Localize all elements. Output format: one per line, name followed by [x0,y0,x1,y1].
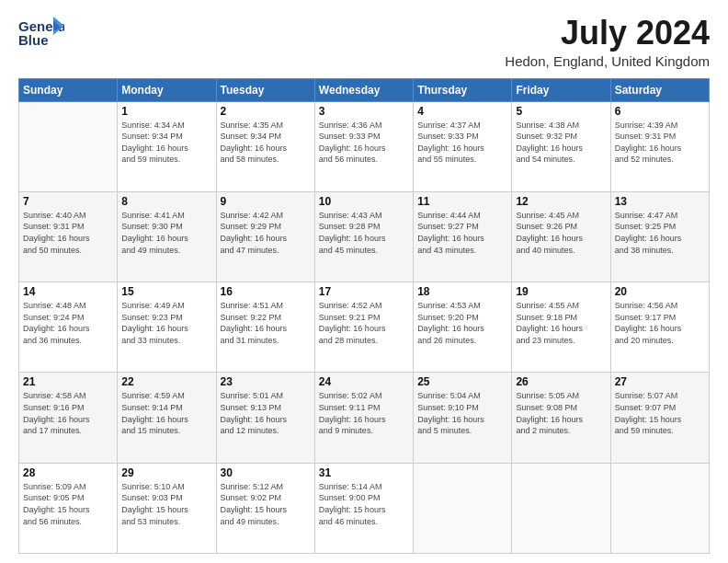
month-title: July 2024 [505,15,710,52]
day-number: 15 [121,285,211,298]
day-info: Sunrise: 4:42 AM Sunset: 9:29 PM Dayligh… [221,210,311,256]
day-info: Sunrise: 4:43 AM Sunset: 9:28 PM Dayligh… [319,210,409,256]
day-info: Sunrise: 4:34 AM Sunset: 9:34 PM Dayligh… [121,120,211,166]
calendar-cell: 3Sunrise: 4:36 AM Sunset: 9:33 PM Daylig… [314,101,413,191]
calendar-cell: 30Sunrise: 5:12 AM Sunset: 9:02 PM Dayli… [216,463,314,553]
day-info: Sunrise: 4:40 AM Sunset: 9:31 PM Dayligh… [23,210,113,256]
calendar-table: SundayMondayTuesdayWednesdayThursdayFrid… [18,78,710,554]
day-number: 9 [221,195,311,208]
day-info: Sunrise: 4:59 AM Sunset: 9:14 PM Dayligh… [121,390,211,436]
calendar-cell: 20Sunrise: 4:56 AM Sunset: 9:17 PM Dayli… [610,282,709,373]
day-number: 31 [319,466,409,479]
day-number: 18 [417,285,507,298]
day-number: 7 [23,195,113,208]
day-number: 8 [121,195,211,208]
calendar-week-row: 7Sunrise: 4:40 AM Sunset: 9:31 PM Daylig… [19,191,710,282]
day-info: Sunrise: 4:58 AM Sunset: 9:16 PM Dayligh… [23,390,113,436]
day-number: 26 [516,375,606,388]
day-info: Sunrise: 4:44 AM Sunset: 9:27 PM Dayligh… [417,210,507,256]
col-header-saturday: Saturday [610,78,709,101]
calendar-cell [19,101,118,191]
calendar-cell: 18Sunrise: 4:53 AM Sunset: 9:20 PM Dayli… [414,282,512,373]
day-info: Sunrise: 5:02 AM Sunset: 9:11 PM Dayligh… [319,390,409,436]
col-header-sunday: Sunday [19,78,118,101]
day-info: Sunrise: 4:37 AM Sunset: 9:33 PM Dayligh… [417,120,507,166]
calendar-cell: 14Sunrise: 4:48 AM Sunset: 9:24 PM Dayli… [19,282,118,373]
calendar-cell: 26Sunrise: 5:05 AM Sunset: 9:08 PM Dayli… [512,373,610,463]
day-info: Sunrise: 4:45 AM Sunset: 9:26 PM Dayligh… [516,210,606,256]
calendar-cell [512,463,610,553]
calendar-cell: 16Sunrise: 4:51 AM Sunset: 9:22 PM Dayli… [216,282,314,373]
day-info: Sunrise: 5:10 AM Sunset: 9:03 PM Dayligh… [121,481,211,527]
calendar-cell: 15Sunrise: 4:49 AM Sunset: 9:23 PM Dayli… [118,282,216,373]
day-info: Sunrise: 4:49 AM Sunset: 9:23 PM Dayligh… [121,300,211,346]
day-number: 23 [221,375,311,388]
day-number: 20 [615,285,705,298]
calendar-cell: 7Sunrise: 4:40 AM Sunset: 9:31 PM Daylig… [19,191,118,282]
day-number: 13 [615,195,705,208]
day-number: 29 [121,466,211,479]
day-number: 4 [417,105,507,118]
day-number: 28 [23,466,113,479]
day-number: 6 [615,105,705,118]
calendar-cell: 8Sunrise: 4:41 AM Sunset: 9:30 PM Daylig… [118,191,216,282]
day-info: Sunrise: 4:48 AM Sunset: 9:24 PM Dayligh… [23,300,113,346]
day-number: 22 [121,375,211,388]
day-number: 12 [516,195,606,208]
calendar-cell: 23Sunrise: 5:01 AM Sunset: 9:13 PM Dayli… [216,373,314,463]
col-header-thursday: Thursday [414,78,512,101]
page: GeneralBlue July 2024 Hedon, England, Un… [0,0,728,563]
day-number: 14 [23,285,113,298]
day-info: Sunrise: 5:01 AM Sunset: 9:13 PM Dayligh… [221,390,311,436]
calendar-cell: 21Sunrise: 4:58 AM Sunset: 9:16 PM Dayli… [19,373,118,463]
calendar-cell: 25Sunrise: 5:04 AM Sunset: 9:10 PM Dayli… [414,373,512,463]
calendar-cell: 10Sunrise: 4:43 AM Sunset: 9:28 PM Dayli… [314,191,413,282]
day-info: Sunrise: 4:39 AM Sunset: 9:31 PM Dayligh… [615,120,705,166]
day-info: Sunrise: 4:36 AM Sunset: 9:33 PM Dayligh… [319,120,409,166]
title-area: July 2024 Hedon, England, United Kingdom [505,15,710,69]
calendar-cell: 19Sunrise: 4:55 AM Sunset: 9:18 PM Dayli… [512,282,610,373]
day-number: 2 [221,105,311,118]
day-number: 16 [221,285,311,298]
day-number: 1 [121,105,211,118]
day-number: 19 [516,285,606,298]
day-info: Sunrise: 4:51 AM Sunset: 9:22 PM Dayligh… [221,300,311,346]
day-number: 24 [319,375,409,388]
day-number: 21 [23,375,113,388]
calendar-cell: 5Sunrise: 4:38 AM Sunset: 9:32 PM Daylig… [512,101,610,191]
day-number: 30 [221,466,311,479]
day-info: Sunrise: 4:38 AM Sunset: 9:32 PM Dayligh… [516,120,606,166]
day-info: Sunrise: 4:35 AM Sunset: 9:34 PM Dayligh… [221,120,311,166]
day-info: Sunrise: 4:55 AM Sunset: 9:18 PM Dayligh… [516,300,606,346]
day-info: Sunrise: 5:05 AM Sunset: 9:08 PM Dayligh… [516,390,606,436]
logo-icon: GeneralBlue [18,15,64,56]
calendar-cell: 24Sunrise: 5:02 AM Sunset: 9:11 PM Dayli… [314,373,413,463]
calendar-cell: 31Sunrise: 5:14 AM Sunset: 9:00 PM Dayli… [314,463,413,553]
day-info: Sunrise: 5:14 AM Sunset: 9:00 PM Dayligh… [319,481,409,527]
day-info: Sunrise: 5:09 AM Sunset: 9:05 PM Dayligh… [23,481,113,527]
calendar-cell [414,463,512,553]
calendar-cell: 4Sunrise: 4:37 AM Sunset: 9:33 PM Daylig… [414,101,512,191]
svg-text:Blue: Blue [18,32,49,48]
calendar-cell [610,463,709,553]
location: Hedon, England, United Kingdom [505,53,710,69]
calendar-cell: 9Sunrise: 4:42 AM Sunset: 9:29 PM Daylig… [216,191,314,282]
calendar-cell: 13Sunrise: 4:47 AM Sunset: 9:25 PM Dayli… [610,191,709,282]
calendar-week-row: 21Sunrise: 4:58 AM Sunset: 9:16 PM Dayli… [19,373,710,463]
day-info: Sunrise: 4:56 AM Sunset: 9:17 PM Dayligh… [615,300,705,346]
calendar-cell: 17Sunrise: 4:52 AM Sunset: 9:21 PM Dayli… [314,282,413,373]
day-number: 10 [319,195,409,208]
calendar-week-row: 14Sunrise: 4:48 AM Sunset: 9:24 PM Dayli… [19,282,710,373]
logo: GeneralBlue [18,15,64,56]
col-header-tuesday: Tuesday [216,78,314,101]
day-number: 27 [615,375,705,388]
day-info: Sunrise: 5:07 AM Sunset: 9:07 PM Dayligh… [615,390,705,436]
calendar-cell: 27Sunrise: 5:07 AM Sunset: 9:07 PM Dayli… [610,373,709,463]
day-number: 5 [516,105,606,118]
day-info: Sunrise: 4:53 AM Sunset: 9:20 PM Dayligh… [417,300,507,346]
day-number: 17 [319,285,409,298]
col-header-wednesday: Wednesday [314,78,413,101]
day-number: 25 [417,375,507,388]
day-info: Sunrise: 5:12 AM Sunset: 9:02 PM Dayligh… [221,481,311,527]
calendar-cell: 29Sunrise: 5:10 AM Sunset: 9:03 PM Dayli… [118,463,216,553]
